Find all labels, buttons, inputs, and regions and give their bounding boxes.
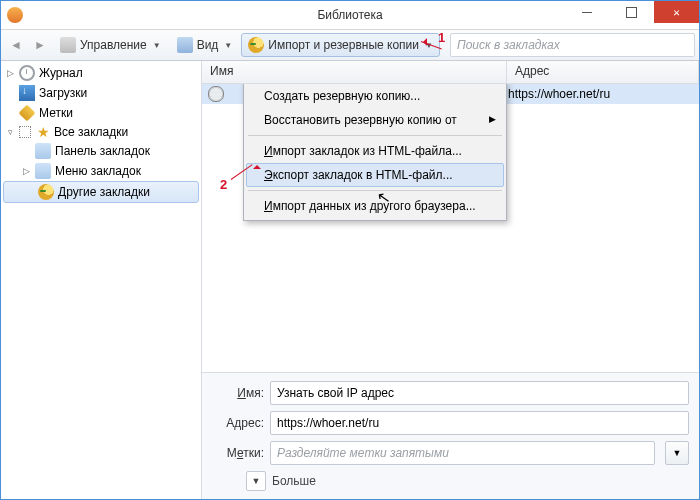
sidebar-item-label: Меню закладок <box>55 164 141 178</box>
organize-icon <box>60 37 76 53</box>
submenu-arrow-icon: ▶ <box>489 114 496 124</box>
address-label: Адрес: <box>212 416 264 430</box>
folder-icon <box>35 163 51 179</box>
sidebar-item-label: Метки <box>39 106 73 120</box>
expand-more-row[interactable]: ▼ Больше <box>212 471 689 491</box>
sidebar-item-history[interactable]: ▷ Журнал <box>1 63 201 83</box>
menu-separator <box>248 190 502 191</box>
expand-icon[interactable]: ▷ <box>21 166 31 176</box>
main-pane: Имя Адрес https://whoer.net/ru Создать р… <box>202 61 699 499</box>
tag-icon <box>19 105 36 122</box>
star-icon: ★ <box>37 125 50 139</box>
organize-button[interactable]: Управление ▼ <box>53 33 168 57</box>
star-import-icon <box>248 37 264 53</box>
menu-item-restore[interactable]: Восстановить резервную копию от ▶ <box>246 108 504 132</box>
tags-label: Метки: <box>212 446 264 460</box>
column-name[interactable]: Имя <box>202 61 507 83</box>
sidebar-item-toolbar-bookmarks[interactable]: ▷ Панель закладок <box>1 141 201 161</box>
search-placeholder: Поиск в закладках <box>457 38 560 52</box>
sidebar-item-menu-bookmarks[interactable]: ▷ Меню закладок <box>1 161 201 181</box>
name-field[interactable]: Узнать свой IP адрес <box>270 381 689 405</box>
expand-icon[interactable]: ▷ <box>5 68 15 78</box>
clock-icon <box>19 65 35 81</box>
library-window: Библиотека ◄ ► Управление ▼ Вид ▼ Импорт… <box>0 0 700 500</box>
maximize-button[interactable] <box>609 1 654 23</box>
toolbar: ◄ ► Управление ▼ Вид ▼ Импорт и резервны… <box>1 30 699 61</box>
name-label: Имя: <box>212 386 264 400</box>
title-bar: Библиотека <box>1 1 699 30</box>
views-label: Вид <box>197 38 219 52</box>
import-backup-button[interactable]: Импорт и резервные копии ▼ <box>241 33 440 57</box>
organize-label: Управление <box>80 38 147 52</box>
bookmark-list: https://whoer.net/ru Создать резервную к… <box>202 84 699 372</box>
sidebar-item-label: Журнал <box>39 66 83 80</box>
window-controls <box>564 1 699 23</box>
chevron-down-icon: ▼ <box>224 41 232 50</box>
menu-separator <box>248 135 502 136</box>
sidebar-item-all-bookmarks[interactable]: ▿ ★ Все закладки <box>1 123 201 141</box>
row-address: https://whoer.net/ru <box>502 87 699 101</box>
folder-icon <box>35 143 51 159</box>
more-label: Больше <box>272 474 316 488</box>
column-headers: Имя Адрес <box>202 61 699 84</box>
field-row-address: Адрес: https://whoer.net/ru <box>212 411 689 435</box>
nav-forward-button[interactable]: ► <box>29 34 51 56</box>
search-input[interactable]: Поиск в закладках <box>450 33 695 57</box>
chevron-down-icon: ▼ <box>246 471 266 491</box>
sidebar-item-tags[interactable]: ▷ Метки <box>1 103 201 123</box>
views-icon <box>177 37 193 53</box>
dotted-box-icon <box>19 126 31 138</box>
address-field[interactable]: https://whoer.net/ru <box>270 411 689 435</box>
chevron-down-icon: ▼ <box>673 448 682 458</box>
menu-item-export-html[interactable]: Экспорт закладок в HTML-файл... <box>246 163 504 187</box>
collapse-icon[interactable]: ▿ <box>5 127 15 137</box>
field-row-name: Имя: Узнать свой IP адрес <box>212 381 689 405</box>
content-area: ▷ Журнал ▷ Загрузки ▷ Метки ▿ ★ Все закл… <box>1 61 699 499</box>
sidebar-item-label: Другие закладки <box>58 185 150 199</box>
menu-item-label: Восстановить резервную копию от <box>264 113 457 127</box>
minimize-button[interactable] <box>564 1 609 23</box>
sidebar-item-label: Загрузки <box>39 86 87 100</box>
bookmarks-icon <box>38 184 54 200</box>
views-button[interactable]: Вид ▼ <box>170 33 240 57</box>
import-backup-menu: Создать резервную копию... Восстановить … <box>243 84 507 221</box>
menu-item-import-browser[interactable]: Импорт данных из другого браузера... <box>246 194 504 218</box>
tags-field[interactable]: Разделяйте метки запятыми <box>270 441 655 465</box>
menu-item-import-html[interactable]: Импорт закладок из HTML-файла... <box>246 139 504 163</box>
nav-back-button[interactable]: ◄ <box>5 34 27 56</box>
close-button[interactable] <box>654 1 699 23</box>
details-pane: Имя: Узнать свой IP адрес Адрес: https:/… <box>202 372 699 499</box>
column-address[interactable]: Адрес <box>507 61 699 83</box>
tags-dropdown-button[interactable]: ▼ <box>665 441 689 465</box>
download-icon <box>19 85 35 101</box>
chevron-down-icon: ▼ <box>425 41 433 50</box>
sidebar-item-label: Панель закладок <box>55 144 150 158</box>
sidebar-item-other-bookmarks[interactable]: ▷ Другие закладки <box>3 181 199 203</box>
chevron-down-icon: ▼ <box>153 41 161 50</box>
globe-icon <box>208 86 224 102</box>
places-tree: ▷ Журнал ▷ Загрузки ▷ Метки ▿ ★ Все закл… <box>1 61 202 499</box>
menu-item-backup[interactable]: Создать резервную копию... <box>246 84 504 108</box>
firefox-icon <box>7 7 23 23</box>
sidebar-item-downloads[interactable]: ▷ Загрузки <box>1 83 201 103</box>
sidebar-item-label: Все закладки <box>54 125 128 139</box>
field-row-tags: Метки: Разделяйте метки запятыми ▼ <box>212 441 689 465</box>
import-backup-label: Импорт и резервные копии <box>268 38 419 52</box>
